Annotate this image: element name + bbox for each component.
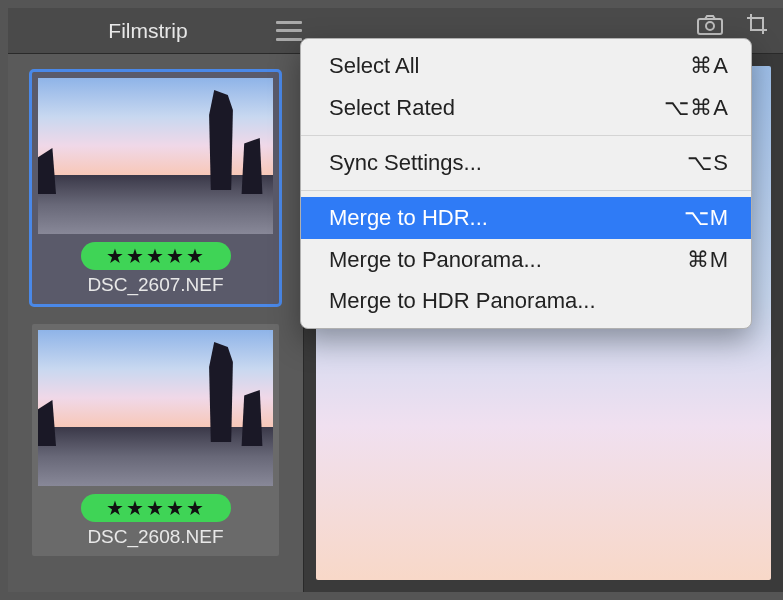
menu-item-select-rated[interactable]: Select Rated ⌥⌘A [301,87,751,129]
menu-item-shortcut: ⌘M [687,244,729,276]
menu-separator [301,190,751,191]
filmstrip-menu-icon[interactable] [276,21,302,41]
menu-item-shortcut: ⌥M [684,202,729,234]
thumbnail-image[interactable] [38,330,273,486]
menu-item-label: Merge to HDR... [329,202,488,234]
camera-icon[interactable] [697,14,723,36]
menu-item-label: Sync Settings... [329,147,482,179]
menu-item-merge-panorama[interactable]: Merge to Panorama... ⌘M [301,239,751,281]
context-menu: Select All ⌘A Select Rated ⌥⌘A Sync Sett… [300,38,752,329]
thumbnail-item[interactable]: ★★★★★ DSC_2607.NEF [32,72,279,304]
menu-item-sync-settings[interactable]: Sync Settings... ⌥S [301,142,751,184]
filmstrip-panel[interactable]: ★★★★★ DSC_2607.NEF ★★★★★ DSC_2608.NEF [8,54,304,592]
filmstrip-title: Filmstrip [8,19,288,43]
thumbnail-filename: DSC_2608.NEF [38,526,273,548]
menu-separator [301,135,751,136]
rating-badge[interactable]: ★★★★★ [81,494,231,522]
menu-item-merge-hdr-panorama[interactable]: Merge to HDR Panorama... [301,280,751,322]
thumbnail-item[interactable]: ★★★★★ DSC_2608.NEF [32,324,279,556]
star-icon: ★★★★★ [106,496,206,520]
menu-item-select-all[interactable]: Select All ⌘A [301,45,751,87]
menu-item-shortcut: ⌥S [687,147,729,179]
menu-item-label: Merge to Panorama... [329,244,542,276]
svg-point-1 [706,22,714,30]
menu-item-shortcut: ⌘A [690,50,729,82]
thumbnail-filename: DSC_2607.NEF [38,274,273,296]
rating-badge[interactable]: ★★★★★ [81,242,231,270]
menu-item-shortcut: ⌥⌘A [664,92,729,124]
menu-item-label: Select All [329,50,420,82]
menu-item-label: Select Rated [329,92,455,124]
crop-icon[interactable] [745,14,771,36]
thumbnail-image[interactable] [38,78,273,234]
menu-item-label: Merge to HDR Panorama... [329,285,596,317]
toolbar-icons [697,14,771,36]
menu-item-merge-hdr[interactable]: Merge to HDR... ⌥M [301,197,751,239]
star-icon: ★★★★★ [106,244,206,268]
